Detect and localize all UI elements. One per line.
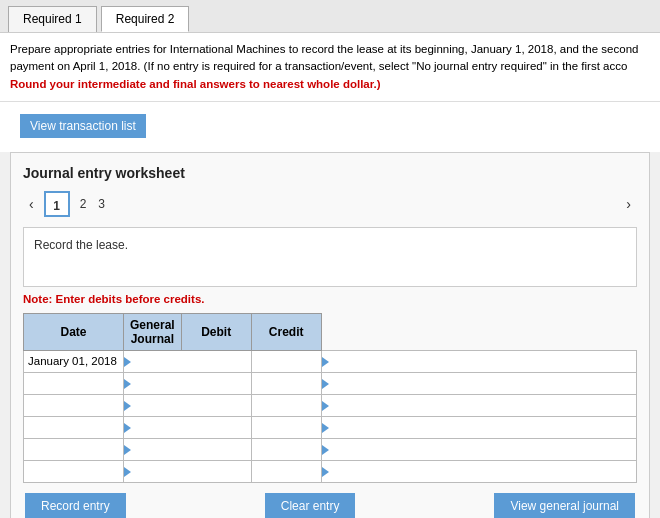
debit-cell-4[interactable] [251, 438, 321, 460]
date-input-5[interactable] [28, 463, 119, 480]
page-2-button[interactable]: 2 [74, 195, 93, 213]
table-row [24, 372, 637, 394]
page-3-button[interactable]: 3 [92, 195, 111, 213]
worksheet-card: Journal entry worksheet ‹ 1 2 3 › Record… [10, 152, 650, 518]
triangle-indicator2-4 [321, 438, 335, 460]
debit-input-1[interactable] [252, 373, 321, 394]
credit-input-4[interactable] [335, 439, 636, 460]
journal-cell-5[interactable] [181, 460, 251, 482]
journal-cell-2[interactable] [181, 394, 251, 416]
instructions-warning: Round your intermediate and final answer… [10, 78, 381, 90]
col-header-date: Date [24, 313, 124, 350]
record-entry-button[interactable]: Record entry [25, 493, 126, 518]
credit-input-2[interactable] [335, 395, 636, 416]
journal-cell-1[interactable] [181, 372, 251, 394]
date-input-4[interactable] [28, 441, 119, 458]
debit-cell-5[interactable] [251, 460, 321, 482]
prev-page-arrow[interactable]: ‹ [23, 194, 40, 214]
date-cell-5[interactable] [24, 460, 124, 482]
date-input-1[interactable] [28, 375, 119, 392]
journal-cell-3[interactable] [181, 416, 251, 438]
record-description-text: Record the lease. [34, 238, 128, 252]
credit-cell-0[interactable] [335, 350, 636, 372]
triangle-indicator2-3 [321, 416, 335, 438]
debit-input-2[interactable] [252, 395, 321, 416]
triangle-indicator-5 [124, 460, 182, 482]
journal-input-0[interactable] [181, 351, 251, 372]
credit-cell-4[interactable] [335, 438, 636, 460]
debit-input-3[interactable] [252, 417, 321, 438]
table-row: January 01, 2018 [24, 350, 637, 372]
journal-table: Date General Journal Debit Credit Januar… [23, 313, 637, 483]
triangle-indicator-4 [124, 438, 182, 460]
date-input-2[interactable] [28, 397, 119, 414]
instructions-panel: Prepare appropriate entries for Internat… [0, 33, 660, 102]
debit-input-5[interactable] [252, 461, 321, 482]
credit-cell-2[interactable] [335, 394, 636, 416]
tab-required2[interactable]: Required 2 [101, 6, 190, 32]
col-header-credit: Credit [251, 313, 321, 350]
credit-input-5[interactable] [335, 461, 636, 482]
triangle-indicator-2 [124, 394, 182, 416]
date-input-3[interactable] [28, 419, 119, 436]
bottom-buttons: Record entry Clear entry View general jo… [23, 493, 637, 518]
triangle-indicator2-0 [321, 350, 335, 372]
date-cell-2[interactable] [24, 394, 124, 416]
debit-cell-3[interactable] [251, 416, 321, 438]
date-cell-4[interactable] [24, 438, 124, 460]
date-cell-3[interactable] [24, 416, 124, 438]
credit-cell-3[interactable] [335, 416, 636, 438]
debit-cell-0[interactable] [251, 350, 321, 372]
debit-input-4[interactable] [252, 439, 321, 460]
note-text: Note: Enter debits before credits. [23, 293, 637, 305]
col-header-journal: General Journal [124, 313, 182, 350]
debit-cell-2[interactable] [251, 394, 321, 416]
instructions-text: Prepare appropriate entries for Internat… [10, 43, 638, 72]
tabs-bar: Required 1 Required 2 [0, 0, 660, 33]
page-nav: ‹ 1 2 3 › [23, 191, 637, 217]
date-cell-1[interactable] [24, 372, 124, 394]
journal-input-2[interactable] [181, 395, 251, 416]
triangle-indicator2-5 [321, 460, 335, 482]
triangle-indicator2-2 [321, 394, 335, 416]
triangle-indicator-0 [124, 350, 182, 372]
date-cell-0: January 01, 2018 [24, 350, 124, 372]
table-row [24, 460, 637, 482]
journal-input-1[interactable] [181, 373, 251, 394]
col-header-debit: Debit [181, 313, 251, 350]
view-transaction-button[interactable]: View transaction list [20, 114, 146, 138]
journal-input-4[interactable] [181, 439, 251, 460]
credit-input-0[interactable] [335, 351, 636, 372]
main-content: Journal entry worksheet ‹ 1 2 3 › Record… [0, 152, 660, 518]
table-row [24, 416, 637, 438]
journal-input-3[interactable] [181, 417, 251, 438]
debit-cell-1[interactable] [251, 372, 321, 394]
view-general-journal-button[interactable]: View general journal [494, 493, 635, 518]
table-row [24, 394, 637, 416]
journal-input-5[interactable] [181, 461, 251, 482]
debit-input-0[interactable] [252, 351, 321, 372]
triangle-indicator-3 [124, 416, 182, 438]
journal-cell-4[interactable] [181, 438, 251, 460]
tab-required1[interactable]: Required 1 [8, 6, 97, 32]
record-description-box: Record the lease. [23, 227, 637, 287]
next-page-arrow[interactable]: › [620, 194, 637, 214]
credit-input-3[interactable] [335, 417, 636, 438]
credit-input-1[interactable] [335, 373, 636, 394]
table-row [24, 438, 637, 460]
triangle-indicator-1 [124, 372, 182, 394]
page-1-button[interactable]: 1 [44, 191, 70, 217]
journal-cell-0[interactable] [181, 350, 251, 372]
clear-entry-button[interactable]: Clear entry [265, 493, 356, 518]
credit-cell-1[interactable] [335, 372, 636, 394]
credit-cell-5[interactable] [335, 460, 636, 482]
triangle-indicator2-1 [321, 372, 335, 394]
worksheet-title: Journal entry worksheet [23, 165, 637, 181]
